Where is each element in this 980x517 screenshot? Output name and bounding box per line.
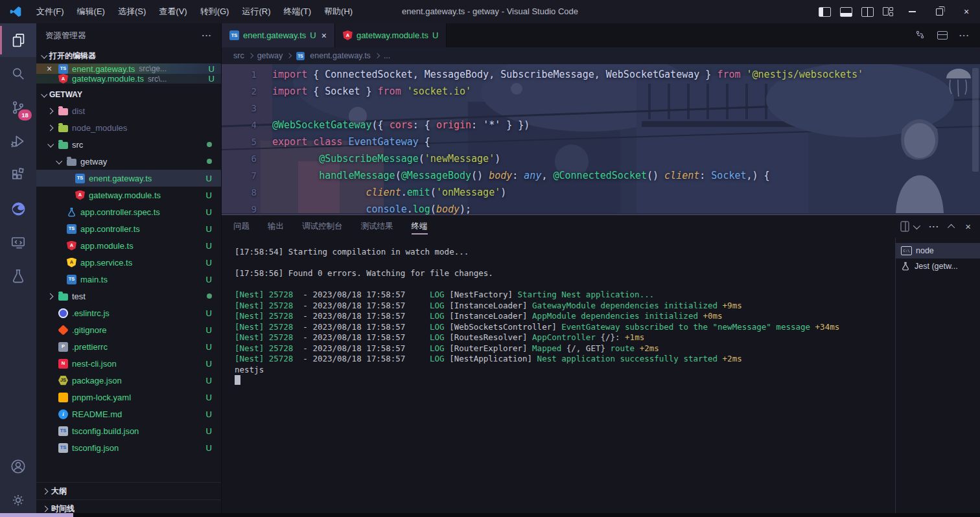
activity-edge-icon[interactable] [0,192,36,225]
code-line-6[interactable]: 6 @SubscribeMessage('newMessage') [222,150,980,167]
code-line-9[interactable]: 9 console.log(body); [222,201,980,214]
menu-item-0[interactable]: 文件(F) [30,0,71,23]
tree-item-nest-cli.json[interactable]: Nnest-cli.jsonU [36,355,221,372]
terminal-output[interactable]: [17:58:54] Starting compilation in watch… [222,238,895,517]
customize-layout-icon[interactable] [883,7,894,16]
panel-tab-item[interactable]: 调试控制台 [302,215,343,238]
panel-tab-item[interactable]: 问题 [233,215,250,238]
open-editor-item[interactable]: Agatetway.module.tssrc\...U [36,74,221,84]
open-changes-icon[interactable] [915,29,926,42]
toggle-panel-icon[interactable] [840,7,852,17]
close-window-button[interactable]: × [953,0,980,23]
activity-run-debug-icon[interactable] [0,124,36,158]
tree-item-decoration: U [206,325,212,335]
vscode-window: 文件(F)编辑(E)选择(S)查看(V)转到(G)运行(R)终端(T)帮助(H)… [0,0,980,517]
code-token: import [272,69,307,80]
panel-tab-item[interactable]: 输出 [268,215,284,238]
minimize-button[interactable] [898,0,926,23]
tree-item-gatetway.module.ts[interactable]: Agatetway.module.tsU [36,187,221,203]
editor-tab-bar: TSenent.gateway.tsU×Agatetway.module.tsU… [222,23,980,47]
breadcrumb-item[interactable]: src [233,51,244,60]
panel-tab-item[interactable]: 测试结果 [361,215,393,238]
panel-tab-active[interactable]: 终端 [412,215,428,238]
close-panel-icon[interactable]: × [965,221,971,232]
tree-item-label: enent.gateway.ts [89,174,152,183]
activity-remote-explorer-icon[interactable] [0,225,36,259]
code-line-3[interactable]: 3 [222,100,980,117]
toggle-sidebar-icon[interactable] [819,7,831,17]
open-editor-detail: src\... [148,75,167,84]
code-line-7[interactable]: 7 handleMessage(@MessageBody() body: any… [222,167,980,184]
activity-accounts-icon[interactable] [0,450,36,483]
editor-more-actions-icon[interactable]: ··· [959,30,970,40]
tree-item-test[interactable]: test [36,288,221,304]
restore-button[interactable] [926,0,953,23]
menu-item-5[interactable]: 运行(R) [235,0,277,23]
menu-item-7[interactable]: 帮助(H) [318,0,359,23]
tree-item-decoration [207,142,212,147]
activity-source-control-icon[interactable]: 18 [0,91,36,124]
editor-tab-enent.gateway.ts[interactable]: TSenent.gateway.tsU× [222,23,335,47]
tree-item-.gitignore[interactable]: .gitignoreU [36,321,221,338]
tree-item-.prettierrc[interactable]: P.prettierrcU [36,338,221,355]
menu-item-4[interactable]: 转到(G) [194,0,236,23]
tree-item-tsconfig.json[interactable]: TStsconfig.jsonU [36,439,221,456]
maximize-panel-icon[interactable] [948,224,955,231]
close-icon[interactable]: × [321,30,327,41]
tree-item-pnpm-lock.yaml[interactable]: pnpm-lock.yamlU [36,389,221,406]
menu-item-2[interactable]: 选择(S) [111,0,152,23]
tree-item-app.controller.spec.ts[interactable]: app.controller.spec.tsU [36,203,221,220]
terminal-dropdown-icon[interactable] [913,222,920,229]
editor-tab-gatetway.module.ts[interactable]: Agatetway.module.tsU [335,23,447,47]
activity-extensions-icon[interactable] [0,158,36,192]
toggle-secondary-sidebar-icon[interactable] [861,7,874,17]
code-editor[interactable]: 1import { ConnectedSocket, MessageBody, … [222,64,980,214]
editor-scrollbar[interactable] [972,68,979,172]
tree-item-getway[interactable]: getway [36,153,221,170]
tree-item-decoration: U [206,275,212,284]
project-section-header[interactable]: GETWAY [36,87,221,102]
tree-item-app.controller.ts[interactable]: TSapp.controller.tsU [36,220,221,237]
tree-item-.eslintrc.js[interactable]: .eslintrc.jsU [36,304,221,321]
menu-item-6[interactable]: 终端(T) [277,0,318,23]
code-line-2[interactable]: 2import { Socket } from 'socket.io' [222,83,980,100]
editor-group: TSenent.gateway.tsU×Agatetway.module.tsU… [222,23,980,517]
tree-item-package.json[interactable]: JSpackage.jsonU [36,372,221,389]
panel-more-actions-icon[interactable]: ··· [929,222,939,231]
code-line-4[interactable]: 4@WebSocketGateway({ cors: { origin: '*'… [222,117,980,133]
tree-item-dist[interactable]: dist [36,102,221,119]
tree-item-app.service.ts[interactable]: Aapp.service.tsU [36,254,221,271]
breadcrumb-item[interactable]: enent.gateway.ts [310,51,371,60]
activity-settings-icon[interactable] [0,483,36,517]
split-terminal-icon[interactable] [901,222,909,232]
menu-item-1[interactable]: 编辑(E) [71,0,111,23]
outline-section-header[interactable]: 大纲 [36,482,221,500]
code-line-5[interactable]: 5export class EventGateway { [222,133,980,150]
tree-item-main.ts[interactable]: TSmain.tsU [36,271,221,288]
tree-item-tsconfig.build.json[interactable]: TStsconfig.build.jsonU [36,422,221,439]
activity-search-icon[interactable] [0,57,36,91]
tree-item-nodemodules[interactable]: node_modules [36,119,221,136]
terminal-token: [Nest] 25728 [235,290,303,299]
code-line-1[interactable]: 1import { ConnectedSocket, MessageBody, … [222,66,980,83]
breadcrumb[interactable]: srcgetwayTSenent.gateway.ts... [222,47,980,64]
sidebar-more-actions-icon[interactable]: ··· [202,31,213,40]
open-editor-item[interactable]: ×TSenent.gateway.tssrc\ge...U [36,63,221,74]
breadcrumb-item[interactable]: getway [257,51,283,60]
menu-item-3[interactable]: 查看(V) [152,0,193,23]
breadcrumb-item[interactable]: ... [384,51,390,60]
code-line-8[interactable]: 8 client.emit('onMessage') [222,184,980,201]
tree-item-app.module.ts[interactable]: Aapp.module.tsU [36,237,221,254]
activity-explorer-icon[interactable] [0,23,36,57]
code-token: body [489,170,512,181]
close-icon[interactable]: × [44,63,54,74]
tree-item-enent.gateway.ts[interactable]: TSenent.gateway.tsU [36,170,221,187]
split-editor-icon[interactable] [937,31,948,40]
open-editors-section-header[interactable]: 打开的编辑器 [36,48,221,63]
nest-file-icon: N [58,359,68,369]
tree-item-src[interactable]: src [36,136,221,153]
activity-testing-icon[interactable] [0,259,36,293]
tree-item-README.md[interactable]: iREADME.mdU [36,406,221,422]
terminal-session-node[interactable]: C:\node [896,243,980,258]
terminal-session-Jestgetw[interactable]: Jest (getw... [896,258,980,274]
